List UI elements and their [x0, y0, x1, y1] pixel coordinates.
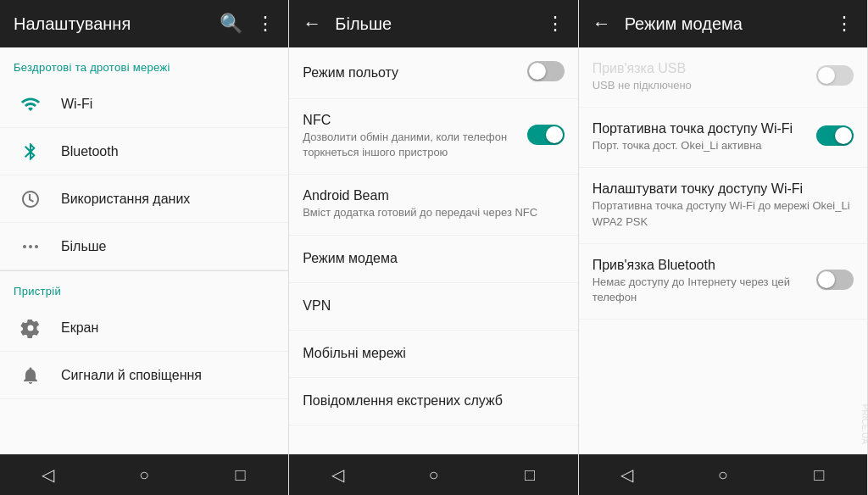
mobile-networks-text: Мобільні мережі — [303, 346, 564, 361]
data-usage-text: Використання даних — [61, 192, 275, 207]
svg-point-0 — [23, 245, 26, 248]
tethering-back-icon[interactable]: ← — [593, 13, 611, 35]
bluetooth-title: Bluetooth — [61, 144, 275, 159]
bt-tethering-toggle[interactable] — [816, 270, 854, 293]
bt-tethering-subtitle: Немає доступу до Інтернету через цей тел… — [593, 275, 810, 305]
more-text: Більше — [61, 239, 275, 254]
list-item-mobile-networks[interactable]: Мобільні мережі — [289, 331, 577, 378]
configure-wifi-text: Налаштувати точку доступу Wi-Fi Портатив… — [593, 181, 854, 229]
tethering-title: Режим модема — [303, 251, 564, 266]
tethering-topbar: ← Режим модема ⋮ — [579, 0, 867, 47]
emergency-title: Повідомлення екстрених служб — [303, 393, 564, 409]
list-item-bt-tethering[interactable]: Прив'язка Bluetooth Немає доступу до Інт… — [579, 244, 867, 320]
tethering-bottom-nav: ◁ ○ □ — [579, 454, 867, 495]
list-item-nfc[interactable]: NFC Дозволити обмін даними, коли телефон… — [289, 99, 577, 175]
more-recents-btn[interactable]: □ — [504, 465, 555, 485]
data-usage-title: Використання даних — [61, 192, 275, 207]
tethering-back-btn[interactable]: ◁ — [601, 464, 652, 485]
tethering-recents-btn[interactable]: □ — [793, 465, 844, 485]
nfc-toggle[interactable] — [527, 125, 565, 148]
tethering-more-icon[interactable]: ⋮ — [835, 13, 854, 35]
search-icon[interactable]: 🔍 — [220, 13, 242, 35]
home-button[interactable]: ○ — [119, 465, 170, 485]
tethering-content: Прив'язка USB USB не підключено Портатив… — [579, 47, 867, 454]
more-back-icon[interactable]: ← — [303, 13, 321, 35]
settings-content: Бездротові та дротові мережі Wi-Fi Bluet… — [0, 47, 288, 454]
tethering-title: Режим модема — [625, 14, 821, 34]
usb-tethering-subtitle: USB не підключено — [593, 78, 810, 93]
screen-title: Екран — [61, 320, 275, 336]
android-beam-text: Android Beam Вміст додатка готовий до пе… — [303, 188, 564, 220]
more-home-btn[interactable]: ○ — [408, 465, 459, 485]
more-icon[interactable]: ⋮ — [256, 13, 275, 35]
tethering-text: Режим модема — [303, 251, 564, 266]
settings-topbar: Налаштування 🔍 ⋮ — [0, 0, 288, 47]
more-bottom-nav: ◁ ○ □ — [289, 454, 577, 495]
list-item-wifi[interactable]: Wi-Fi — [0, 81, 288, 128]
list-item-usb-tethering[interactable]: Прив'язка USB USB не підключено — [579, 47, 867, 108]
notifications-title: Сигнали й сповіщення — [61, 368, 275, 383]
usb-tethering-toggle[interactable] — [816, 65, 854, 89]
android-beam-title: Android Beam — [303, 188, 564, 203]
more-back-btn[interactable]: ◁ — [312, 464, 363, 485]
wifi-hotspot-text: Портативна точка доступу Wi-Fi Порт. точ… — [593, 121, 810, 153]
tethering-home-btn[interactable]: ○ — [698, 465, 748, 485]
more-title: Більше — [335, 14, 531, 34]
data-usage-icon — [14, 189, 47, 209]
svg-point-2 — [35, 245, 38, 248]
airplane-toggle[interactable] — [527, 61, 565, 85]
airplane-title: Режим польоту — [303, 65, 520, 81]
emergency-text: Повідомлення екстрених служб — [303, 393, 564, 409]
wifi-text: Wi-Fi — [61, 97, 275, 112]
more-title: Більше — [61, 239, 275, 254]
more-topbar: ← Більше ⋮ — [289, 0, 577, 47]
panel-tethering: ← Режим модема ⋮ Прив'язка USB USB не пі… — [579, 0, 868, 495]
nfc-subtitle: Дозволити обмін даними, коли телефон тор… — [303, 130, 520, 160]
wifi-hotspot-toggle[interactable] — [816, 125, 854, 149]
svg-point-1 — [29, 245, 32, 248]
back-button[interactable]: ◁ — [23, 464, 74, 485]
notifications-text: Сигнали й сповіщення — [61, 368, 275, 383]
more-more-icon[interactable]: ⋮ — [546, 13, 565, 35]
usb-tethering-title: Прив'язка USB — [593, 61, 810, 76]
configure-wifi-title: Налаштувати точку доступу Wi-Fi — [593, 181, 854, 197]
section-device-header: Пристрій — [0, 271, 288, 304]
nfc-text: NFC Дозволити обмін даними, коли телефон… — [303, 113, 520, 160]
wifi-icon — [14, 94, 47, 114]
list-item-more[interactable]: Більше — [0, 223, 288, 270]
recents-button[interactable]: □ — [215, 465, 266, 485]
list-item-bluetooth[interactable]: Bluetooth — [0, 128, 288, 175]
screen-text: Екран — [61, 320, 275, 336]
airplane-text: Режим польоту — [303, 65, 520, 81]
section-wireless-header: Бездротові та дротові мережі — [0, 47, 288, 81]
panel-settings: Налаштування 🔍 ⋮ Бездротові та дротові м… — [0, 0, 289, 495]
list-item-notifications[interactable]: Сигнали й сповіщення — [0, 352, 288, 399]
vpn-title: VPN — [303, 298, 564, 314]
wifi-title: Wi-Fi — [61, 97, 275, 112]
configure-wifi-subtitle: Портативна точка доступу Wi-Fi до мережі… — [593, 198, 854, 229]
wifi-hotspot-subtitle: Порт. точка дост. Okei_Li активна — [593, 138, 810, 153]
mobile-networks-title: Мобільні мережі — [303, 346, 564, 361]
list-item-android-beam[interactable]: Android Beam Вміст додатка готовий до пе… — [289, 175, 577, 235]
list-item-wifi-hotspot[interactable]: Портативна точка доступу Wi-Fi Порт. точ… — [579, 108, 867, 168]
bluetooth-icon — [14, 142, 47, 162]
list-item-tethering[interactable]: Режим модема — [289, 236, 577, 283]
bluetooth-text: Bluetooth — [61, 144, 275, 159]
bt-tethering-title: Прив'язка Bluetooth — [593, 258, 810, 273]
usb-tethering-text: Прив'язка USB USB не підключено — [593, 61, 810, 93]
screen-icon — [14, 318, 47, 338]
list-item-emergency[interactable]: Повідомлення екстрених служб — [289, 378, 577, 425]
more-content: Режим польоту NFC Дозволити обмін даними… — [289, 47, 577, 454]
android-beam-subtitle: Вміст додатка готовий до передачі через … — [303, 205, 564, 220]
nfc-title: NFC — [303, 113, 520, 128]
list-item-data-usage[interactable]: Використання даних — [0, 175, 288, 223]
list-item-airplane[interactable]: Режим польоту — [289, 47, 577, 99]
list-item-vpn[interactable]: VPN — [289, 283, 577, 331]
vpn-text: VPN — [303, 298, 564, 314]
panel-more: ← Більше ⋮ Режим польоту NFC Дозволити о… — [289, 0, 578, 495]
settings-title: Налаштування — [14, 14, 206, 34]
more-dots-icon — [14, 236, 47, 257]
list-item-screen[interactable]: Екран — [0, 304, 288, 352]
settings-bottom-nav: ◁ ○ □ — [0, 454, 288, 495]
list-item-configure-wifi[interactable]: Налаштувати точку доступу Wi-Fi Портатив… — [579, 168, 867, 243]
